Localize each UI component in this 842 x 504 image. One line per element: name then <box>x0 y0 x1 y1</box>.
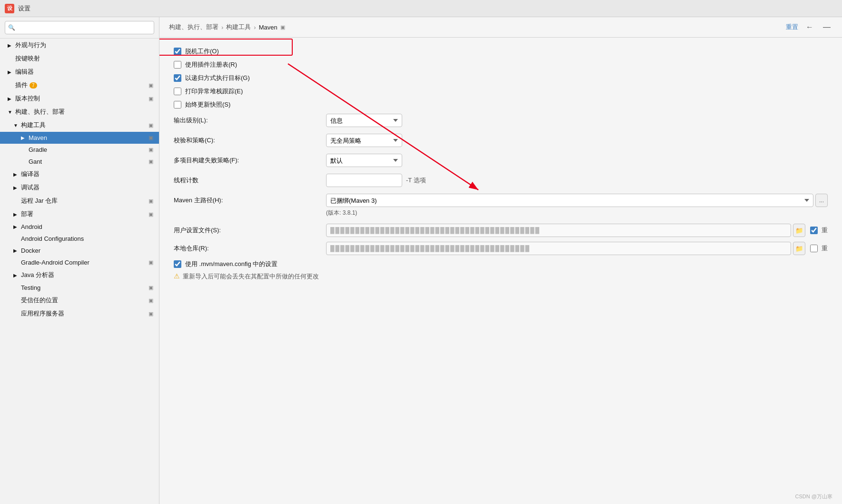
sidebar-item-appearance[interactable]: ▶外观与行为 <box>0 39 159 52</box>
breadcrumb: 构建、执行、部署 › 构建工具 › Maven ▣ <box>169 23 285 31</box>
chevron-build-tools-icon: ▼ <box>13 123 19 128</box>
thread-count-label: 线程计数 <box>174 176 326 185</box>
sidebar-item-build[interactable]: ▼构建、执行、部署 <box>0 105 159 119</box>
sidebar-label-android-conf: Android Configurations <box>21 235 84 242</box>
plugin-registry-checkbox[interactable] <box>174 61 181 69</box>
checksum-policy-control: 无全局策略 忽略 警告 严格 <box>326 134 828 147</box>
sidebar-item-testing[interactable]: Testing▣ <box>0 282 159 294</box>
sidebar-item-deploy[interactable]: ▶部署▣ <box>0 208 159 221</box>
failure-policy-select[interactable]: 默认 在最后 最快 <box>326 154 402 167</box>
local-repo-file-input[interactable]: ████████████████████████████████████████ <box>326 242 791 255</box>
user-settings-browse-button[interactable]: 📁 <box>793 224 805 237</box>
sidebar-item-app-server[interactable]: 应用程序服务器▣ <box>0 307 159 320</box>
reset-button[interactable]: 重置 <box>786 23 798 31</box>
offline-label[interactable]: 脱机工作(O) <box>185 47 219 56</box>
chevron-docker-icon: ▶ <box>13 248 19 253</box>
sidebar-item-android-conf[interactable]: Android Configurations <box>0 233 159 245</box>
sidebar-item-compiler[interactable]: ▶编译器 <box>0 168 159 181</box>
sidebar-label-editor: 编辑器 <box>15 68 34 76</box>
sidebar-label-debugger: 调试器 <box>21 183 40 192</box>
local-repo-browse-button[interactable]: 📁 <box>793 242 805 255</box>
sidebar-label-keymap: 按键映射 <box>15 54 40 63</box>
chevron-vcs-icon: ▶ <box>8 96 13 101</box>
settings-icon-remote-jar: ▣ <box>149 198 153 204</box>
sidebar-item-android[interactable]: ▶Android <box>0 221 159 233</box>
breadcrumb-sep-0: › <box>221 24 223 31</box>
output-level-row: 输出级别(L): 信息 调试 警告 错误 <box>174 114 828 127</box>
always-update-checkbox[interactable] <box>174 101 181 109</box>
thread-count-input[interactable] <box>326 174 402 187</box>
settings-icon-gant: ▣ <box>149 158 153 165</box>
sidebar-item-build-tools[interactable]: ▼构建工具▣ <box>0 119 159 132</box>
recursive-checkbox[interactable] <box>174 74 181 82</box>
chevron-compiler-icon: ▶ <box>13 172 19 177</box>
sidebar-label-build: 构建、执行、部署 <box>15 108 65 116</box>
failure-policy-control: 默认 在最后 最快 <box>326 154 828 167</box>
checksum-policy-label: 校验和策略(C): <box>174 136 326 145</box>
checksum-policy-select[interactable]: 无全局策略 忽略 警告 严格 <box>326 134 402 147</box>
recursive-row: 以递归方式执行目标(G) <box>174 74 828 82</box>
sidebar-item-editor[interactable]: ▶编辑器 <box>0 65 159 79</box>
mvn-config-label[interactable]: 使用 .mvn/maven.config 中的设置 <box>185 260 277 268</box>
sidebar-item-gradle[interactable]: Gradle▣ <box>0 144 159 156</box>
sidebar-label-appearance: 外观与行为 <box>15 41 46 49</box>
local-repo-label: 本地仓库(R): <box>174 244 326 253</box>
failure-policy-row: 多项目构建失败策略(F): 默认 在最后 最快 <box>174 154 828 167</box>
offline-checkbox[interactable] <box>174 48 181 55</box>
sidebar-label-trusted-location: 受信任的位置 <box>21 296 58 305</box>
chevron-deploy-icon: ▶ <box>13 212 19 217</box>
user-settings-override-checkbox[interactable] <box>810 227 818 234</box>
breadcrumb-settings-icon: ▣ <box>280 24 285 30</box>
user-settings-override-label: 重 <box>822 226 828 235</box>
breadcrumb-part-0: 构建、执行、部署 <box>169 23 218 31</box>
local-repo-override-checkbox[interactable] <box>810 245 818 252</box>
output-level-select[interactable]: 信息 调试 警告 错误 <box>326 114 402 127</box>
search-icon: 🔍 <box>8 24 15 31</box>
watermark: CSDN @万山寒 <box>795 493 832 500</box>
print-stack-checkbox[interactable] <box>174 88 181 95</box>
close-button[interactable]: — <box>821 22 832 32</box>
plugin-registry-label[interactable]: 使用插件注册表(R) <box>185 60 237 69</box>
sidebar-item-plugins[interactable]: 插件7▣ <box>0 79 159 92</box>
offline-checkbox-row: 脱机工作(O) <box>174 47 828 56</box>
sidebar-label-plugins: 插件 <box>15 81 28 89</box>
local-repo-input-wrap: ████████████████████████████████████████… <box>326 242 828 255</box>
checksum-policy-row: 校验和策略(C): 无全局策略 忽略 警告 严格 <box>174 134 828 147</box>
sidebar-item-trusted-location[interactable]: 受信任的位置▣ <box>0 294 159 307</box>
warning-icon: ⚠ <box>174 272 180 280</box>
settings-icon-deploy: ▣ <box>149 211 153 217</box>
print-stack-label[interactable]: 打印异常堆栈跟踪(E) <box>185 87 243 96</box>
chevron-editor-icon: ▶ <box>8 69 13 75</box>
always-update-label[interactable]: 始终更新快照(S) <box>185 100 230 109</box>
user-settings-file-input[interactable]: ████████████████████████████████████████… <box>326 224 791 237</box>
sidebar-label-compiler: 编译器 <box>21 170 40 178</box>
sidebar-item-java-analyzer[interactable]: ▶Java 分析器 <box>0 268 159 282</box>
maven-path-label: Maven 主路径(H): <box>174 196 326 205</box>
thread-count-control: -T 选项 <box>326 174 828 187</box>
sidebar-item-maven[interactable]: ▶Maven▣ <box>0 132 159 144</box>
settings-icon-build-tools: ▣ <box>149 122 153 128</box>
maven-path-select[interactable]: 已捆绑(Maven 3) <box>326 194 813 207</box>
sidebar-label-gradle: Gradle <box>29 146 47 153</box>
settings-icon-testing: ▣ <box>149 285 153 291</box>
chevron-maven-icon: ▶ <box>21 135 27 140</box>
sidebar-item-debugger[interactable]: ▶调试器 <box>0 181 159 194</box>
sidebar-item-docker[interactable]: ▶Docker <box>0 245 159 257</box>
mvn-config-checkbox[interactable] <box>174 260 181 268</box>
maven-path-browse-button[interactable]: ... <box>815 194 828 207</box>
sidebar-item-vcs[interactable]: ▶版本控制▣ <box>0 92 159 105</box>
badge-plugins: 7 <box>30 82 37 89</box>
back-arrow-button[interactable]: ← <box>804 22 815 32</box>
search-input[interactable] <box>5 21 154 34</box>
sidebar-item-gant[interactable]: Gant▣ <box>0 156 159 168</box>
sidebar-item-keymap[interactable]: 按键映射 <box>0 52 159 65</box>
sidebar-item-gradle-android[interactable]: Gradle-Android Compiler▣ <box>0 257 159 268</box>
output-level-label: 输出级别(L): <box>174 116 326 125</box>
local-repo-override-label: 重 <box>822 244 828 253</box>
recursive-label[interactable]: 以递归方式执行目标(G) <box>185 74 250 82</box>
sidebar-item-remote-jar[interactable]: 远程 Jar 仓库▣ <box>0 194 159 208</box>
nav-list: ▶外观与行为按键映射▶编辑器插件7▣▶版本控制▣▼构建、执行、部署▼构建工具▣▶… <box>0 39 159 504</box>
chevron-build-icon: ▼ <box>8 109 13 115</box>
search-bar: 🔍 <box>0 17 159 39</box>
breadcrumb-part-1: 构建工具 <box>226 23 251 31</box>
